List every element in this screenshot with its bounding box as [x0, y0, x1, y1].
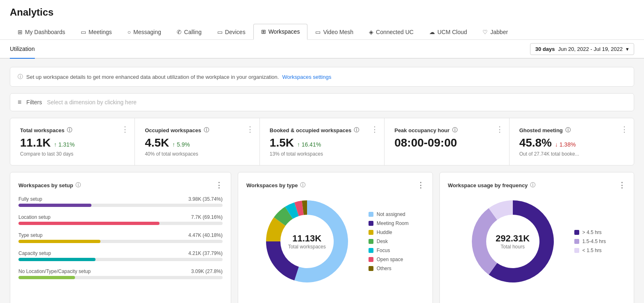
- legend-label-0: > 4.5 hrs: [583, 230, 602, 235]
- nav-tab-jabber[interactable]: ♡Jabber: [475, 24, 516, 39]
- metric-card-2: Booked & occupied workspaces ⓘ 1.5K ↑ 16…: [260, 118, 385, 165]
- metric-sub-1: 40% of total workspaces: [145, 151, 249, 157]
- type-legend: Not assigned Meeting Room Huddle Desk Fo…: [369, 211, 409, 271]
- setup-item-label-0: Fully setup: [18, 196, 42, 202]
- legend-label-1: 1.5-4.5 hrs: [583, 239, 606, 244]
- legend-label-3: Desk: [377, 239, 388, 244]
- info-circle-icon: ⓘ: [18, 73, 23, 80]
- metric-label-3: Peak occupancy hour ⓘ: [394, 126, 499, 134]
- metric-info-icon-4: ⓘ: [565, 126, 571, 134]
- tab-icon-calling: ✆: [177, 29, 182, 35]
- setup-bar-fill-1: [18, 222, 159, 225]
- nav-tab-video-mesh[interactable]: ▭Video Mesh: [307, 24, 361, 39]
- tab-label-ucm-cloud: UCM Cloud: [437, 29, 467, 35]
- legend-label-5: Open space: [377, 257, 403, 262]
- legend-dot-1: [574, 239, 579, 244]
- tab-icon-jabber: ♡: [482, 29, 488, 35]
- metric-value-4: 45.8% ↓ 1.38%: [519, 136, 624, 149]
- chart-more-icon-2[interactable]: ⋮: [417, 181, 424, 190]
- setup-bar-track-4: [18, 276, 223, 279]
- setup-item-value-2: 4.47K (40.18%): [189, 232, 223, 238]
- filters-placeholder: Select a dimension by clicking here: [47, 99, 137, 106]
- metric-label-1: Occupied workspaces ⓘ: [145, 126, 249, 134]
- sub-header: Utilization 30 days Jun 20, 2022 - Jul 1…: [0, 40, 644, 59]
- legend-dot-5: [369, 257, 373, 262]
- nav-tab-ucm-cloud[interactable]: ☁UCM Cloud: [421, 24, 475, 39]
- metric-sub-2: 13% of total workspaces: [270, 151, 374, 157]
- metric-trend-2: ↑ 16.41%: [297, 141, 321, 148]
- metrics-row: Total workspaces ⓘ 11.1K ↑ 1.31% Compare…: [10, 118, 634, 165]
- legend-label-0: Not assigned: [377, 211, 405, 217]
- legend-item-4: Focus: [369, 248, 409, 253]
- tab-icon-devices: ▭: [217, 29, 223, 35]
- setup-item-label-2: Type setup: [18, 232, 43, 238]
- filters-bar[interactable]: ≡ Filters Select a dimension by clicking…: [10, 93, 634, 111]
- legend-label-2: Huddle: [377, 230, 392, 235]
- legend-label-2: < 1.5 hrs: [583, 248, 602, 253]
- legend-item-5: Open space: [369, 257, 409, 262]
- setup-item-label-4: No Location/Type/Capacity setup: [18, 269, 91, 274]
- setup-item-label-1: Location setup: [18, 214, 50, 220]
- legend-label-6: Others: [377, 266, 391, 271]
- setup-item-header-0: Fully setup 3.98K (35.74%): [18, 196, 223, 202]
- page-title: Analytics: [10, 7, 634, 18]
- tab-label-workspaces: Workspaces: [269, 28, 300, 35]
- nav-tab-my-dashboards[interactable]: ⊞My Dashboards: [10, 24, 73, 39]
- setup-bar-fill-3: [18, 258, 96, 261]
- legend-item-1: Meeting Room: [369, 220, 409, 226]
- setup-list: Fully setup 3.98K (35.74%) Location setu…: [18, 196, 223, 303]
- legend-dot-0: [369, 212, 373, 217]
- donut-freq-value: 292.31K: [496, 233, 530, 244]
- metric-value-2: 1.5K ↑ 16.41%: [270, 136, 374, 149]
- setup-item-0: Fully setup 3.98K (35.74%): [18, 196, 223, 207]
- nav-tab-devices[interactable]: ▭Devices: [209, 24, 253, 39]
- legend-item-1: 1.5-4.5 hrs: [574, 239, 606, 244]
- nav-tab-calling[interactable]: ✆Calling: [169, 24, 209, 39]
- tab-icon-meetings: ▭: [81, 29, 86, 35]
- legend-dot-2: [369, 230, 373, 235]
- workspaces-settings-link[interactable]: Workspaces settings: [282, 74, 331, 80]
- legend-item-0: Not assigned: [369, 211, 409, 217]
- setup-item-header-2: Type setup 4.47K (40.18%): [18, 232, 223, 238]
- setup-bar-track-3: [18, 258, 223, 261]
- chart-more-icon[interactable]: ⋮: [215, 181, 223, 190]
- info-icon-2: ⓘ: [300, 181, 305, 189]
- metric-sub-0: Compare to last 30 days: [20, 151, 125, 157]
- chevron-down-icon: ▾: [626, 46, 629, 52]
- days-badge: 30 days: [535, 46, 555, 52]
- donut-freq-label: Total hours: [496, 244, 530, 250]
- setup-item-1: Location setup 7.7K (69.16%): [18, 214, 223, 225]
- top-bar: Analytics ⊞My Dashboards▭Meetings○Messag…: [0, 0, 644, 40]
- nav-tab-workspaces[interactable]: ⊞Workspaces: [253, 24, 308, 40]
- setup-item-value-4: 3.09K (27.8%): [191, 269, 223, 274]
- nav-tab-connected-uc[interactable]: ◈Connected UC: [361, 24, 421, 39]
- metric-more-1[interactable]: ⋮: [246, 125, 255, 134]
- info-icon-3: ⓘ: [530, 181, 535, 189]
- metric-label-0: Total workspaces ⓘ: [20, 126, 125, 134]
- info-icon: ⓘ: [75, 181, 81, 189]
- setup-bar-track-0: [18, 204, 223, 207]
- metric-sub-4: Out of 27.74K total booke...: [519, 151, 624, 157]
- utilization-tab[interactable]: Utilization: [10, 40, 35, 59]
- metric-more-0[interactable]: ⋮: [121, 125, 130, 134]
- metric-trend-1: ↑ 5.9%: [172, 141, 190, 148]
- metric-value-1: 4.5K ↑ 5.9%: [145, 136, 249, 149]
- tab-label-connected-uc: Connected UC: [376, 29, 414, 35]
- metric-trend-0: ↑ 1.31%: [54, 141, 75, 148]
- chart-more-icon-3[interactable]: ⋮: [618, 181, 626, 190]
- metric-more-2[interactable]: ⋮: [371, 125, 379, 134]
- setup-item-value-0: 3.98K (35.74%): [189, 196, 223, 202]
- workspace-usage-card: Workspace usage by frequency ⓘ ⋮ 292.31K…: [439, 172, 635, 303]
- setup-item-3: Capacity setup 4.21K (37.79%): [18, 250, 223, 261]
- nav-tab-meetings[interactable]: ▭Meetings: [73, 24, 120, 39]
- date-selector[interactable]: 30 days Jun 20, 2022 - Jul 19, 2022 ▾: [530, 43, 634, 55]
- metric-more-3[interactable]: ⋮: [496, 125, 504, 134]
- workspaces-by-type-title: Workspaces by type ⓘ ⋮: [246, 181, 424, 190]
- metric-more-4[interactable]: ⋮: [621, 125, 629, 134]
- setup-bar-fill-2: [18, 240, 100, 243]
- nav-tab-messaging[interactable]: ○Messaging: [120, 24, 169, 39]
- metric-value-0: 11.1K ↑ 1.31%: [20, 136, 125, 149]
- legend-item-6: Others: [369, 266, 409, 271]
- workspaces-by-type-card: Workspaces by type ⓘ ⋮ 11.13K Total work…: [238, 172, 433, 303]
- tab-label-meetings: Meetings: [89, 29, 112, 35]
